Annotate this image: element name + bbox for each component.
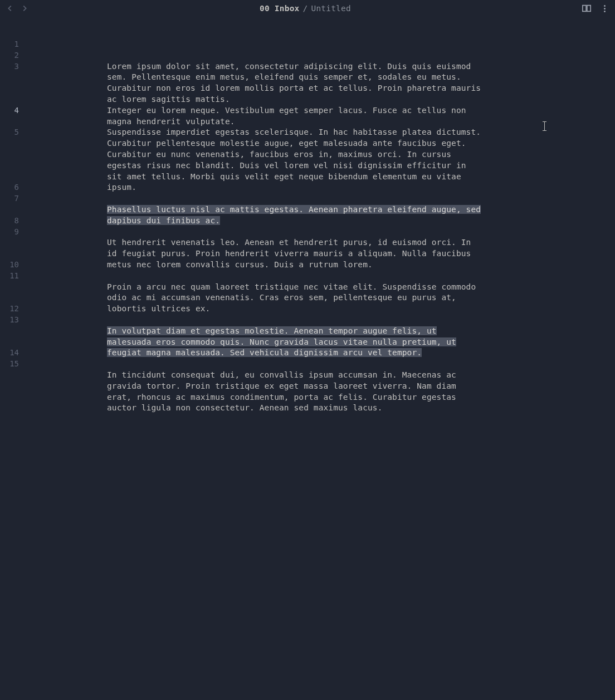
- breadcrumb-title[interactable]: Untitled: [311, 4, 350, 13]
- editor-line[interactable]: Integer eu lorem neque. Vestibulum eget …: [107, 105, 481, 128]
- line-number: 7: [0, 193, 27, 216]
- line-number: 4: [0, 105, 27, 128]
- breadcrumb-folder[interactable]: 00 Inbox: [260, 4, 299, 13]
- line-number: 10: [0, 260, 27, 271]
- line-number: 11: [0, 271, 27, 304]
- line-number: 15: [0, 359, 27, 403]
- editor-line[interactable]: [107, 315, 481, 326]
- editor-line[interactable]: Ut hendrerit venenatis leo. Aenean et he…: [107, 237, 481, 270]
- editor-line[interactable]: [107, 50, 481, 61]
- highlighted-text[interactable]: In volutpat diam et egestas molestie. Ae…: [107, 326, 456, 358]
- line-number: 12: [0, 304, 27, 315]
- line-number-gutter: 123456789101112131415: [0, 17, 27, 700]
- editor-line[interactable]: Proin a arcu nec quam laoreet tristique …: [107, 282, 481, 315]
- editor-line[interactable]: [107, 359, 481, 370]
- editor-line[interactable]: [107, 227, 481, 238]
- editor-line[interactable]: Suspendisse imperdiet egestas scelerisqu…: [107, 127, 481, 193]
- editor[interactable]: 123456789101112131415 Lorem ipsum dolor …: [0, 17, 615, 700]
- editor-content[interactable]: Lorem ipsum dolor sit amet, consectetur …: [27, 17, 615, 700]
- editor-line[interactable]: In volutpat diam et egestas molestie. Ae…: [107, 326, 481, 359]
- editor-line[interactable]: [107, 39, 481, 50]
- line-number: 14: [0, 347, 27, 359]
- editor-line[interactable]: Phasellus luctus nisl ac mattis egestas.…: [107, 204, 481, 227]
- editor-line[interactable]: Lorem ipsum dolor sit amet, consectetur …: [107, 61, 481, 105]
- forward-button[interactable]: [20, 4, 29, 13]
- highlighted-text[interactable]: Phasellus luctus nisl ac mattis egestas.…: [107, 205, 481, 225]
- more-options-icon[interactable]: [599, 3, 609, 13]
- line-number: 8: [0, 216, 27, 227]
- line-number: 3: [0, 61, 27, 105]
- titlebar: 00 Inbox / Untitled: [0, 0, 615, 17]
- breadcrumb[interactable]: 00 Inbox / Untitled: [29, 4, 582, 13]
- titlebar-actions: [582, 3, 609, 13]
- nav-history: [6, 4, 29, 13]
- back-button[interactable]: [6, 4, 14, 13]
- text-cursor-icon: [544, 121, 545, 131]
- line-number: 6: [0, 182, 27, 193]
- line-number: 9: [0, 227, 27, 260]
- editor-line[interactable]: [107, 271, 481, 282]
- editor-line[interactable]: In tincidunt consequat dui, eu convallis…: [107, 370, 481, 414]
- line-number: 13: [0, 315, 27, 347]
- line-number: 1: [0, 39, 27, 50]
- breadcrumb-separator: /: [303, 4, 308, 13]
- editor-line[interactable]: [107, 193, 481, 204]
- line-number: 5: [0, 127, 27, 182]
- reading-mode-icon[interactable]: [582, 3, 592, 13]
- line-number: 2: [0, 50, 27, 61]
